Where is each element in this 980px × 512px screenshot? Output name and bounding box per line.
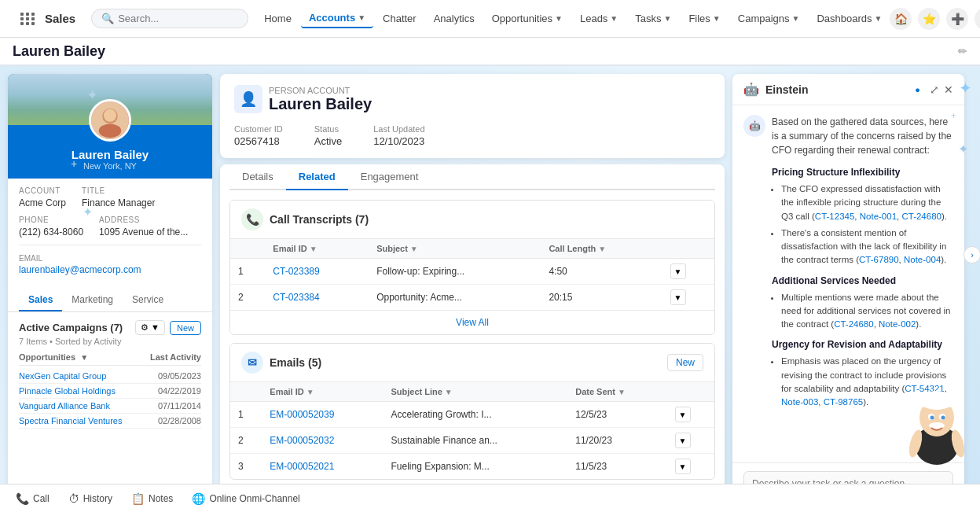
opp-row-2: Pinnacle Global Holdings 04/22/2019 (19, 384, 201, 399)
app-name: Sales (45, 12, 75, 25)
bottom-call[interactable]: 📞 Call (16, 492, 50, 505)
bottom-bar: 📞 Call ⏱ History 📋 Notes 🌐 Online Onmi-C… (0, 484, 980, 512)
email-action-1: ▼ (667, 402, 714, 428)
opp-date-3: 07/11/2014 (158, 401, 201, 411)
emails-header: ✉ Emails (5) New (230, 344, 714, 382)
phone-value: (212) 634-8060 (19, 227, 83, 238)
call-action-1: ▼ (663, 259, 714, 285)
search-bar[interactable]: 🔍 (91, 9, 248, 28)
person-header-row: 👤 Person Account Lauren Bailey (234, 85, 710, 113)
dashboards-chevron: ▼ (875, 14, 883, 23)
nav-files[interactable]: Files ▼ (681, 9, 728, 28)
opp-name-3[interactable]: Vanguard Alliance Bank (19, 401, 110, 411)
profile-card: Lauren Bailey New York, NY Account Acme … (8, 74, 212, 504)
edit-icon[interactable]: ✏ (958, 45, 967, 57)
nav-bar: Sales 🔍 Home Accounts ▼ Chatter Analytic… (0, 0, 980, 38)
detail-tabs: Details Related Engagement (229, 164, 715, 190)
search-input[interactable] (118, 13, 244, 24)
close-icon[interactable]: ✕ (944, 83, 953, 96)
customer-id-field: Customer ID 02567418 (234, 121, 283, 147)
opp-col-name: Opportunities ▼ (19, 352, 88, 362)
tab-engagement[interactable]: Engagement (348, 164, 431, 190)
opp-sort-icon: ▼ (80, 353, 88, 362)
bullet-2-1: Multiple mentions were made about the ne… (781, 291, 953, 332)
call-length-2: 20:15 (541, 285, 662, 311)
emails-new-button[interactable]: New (667, 354, 703, 371)
avatar-img (89, 99, 131, 142)
section-3-bullets: Emphasis was placed on the urgency of re… (772, 355, 953, 409)
bottom-online-channel[interactable]: 🌐 Online Onmi-Channel (192, 492, 299, 505)
opp-rows: NexGen Capital Group 09/05/2023 Pinnacle… (19, 369, 201, 429)
person-account-icon: 👤 (234, 85, 262, 113)
opp-date-1: 09/05/2023 (158, 371, 201, 381)
email-col-subject: Subject Line▼ (383, 382, 567, 402)
nav-chatter[interactable]: Chatter (375, 9, 424, 28)
nav-opportunities[interactable]: Opportunities ▼ (484, 9, 571, 28)
email-row-2: 2 EM-000052032 Sustainable Finance an...… (230, 428, 714, 454)
email-date-1: 12/5/23 (567, 402, 666, 428)
phone-label: Phone (19, 215, 83, 224)
section-title-2: Additional Services Needed (772, 274, 953, 288)
email-row-3: 3 EM-000052021 Fueling Expansion: M... 1… (230, 454, 714, 480)
customer-id-value: 02567418 (234, 135, 283, 147)
campaigns-new-button[interactable]: New (170, 321, 201, 335)
leads-chevron: ▼ (610, 14, 618, 23)
call-col-id: Email ID▼ (265, 239, 369, 259)
opp-name-1[interactable]: NexGen Capital Group (19, 371, 106, 381)
campaigns-subtitle: 7 Items • Sorted by Activity (19, 337, 201, 346)
bottom-history[interactable]: ⏱ History (68, 492, 112, 505)
tab-service[interactable]: Service (123, 289, 173, 311)
email-value[interactable]: laurenbailey@acmecorp.com (19, 264, 201, 275)
call-row-num-1: 1 (230, 259, 265, 285)
einstein-title: Einstein (765, 83, 908, 96)
email-subject-3: Fueling Expansion: M... (383, 454, 567, 480)
bottom-notes[interactable]: 📋 Notes (131, 492, 173, 505)
add-icon[interactable]: ➕ (946, 8, 968, 30)
help-icon[interactable]: ? (974, 8, 980, 30)
tab-details[interactable]: Details (229, 164, 286, 190)
emails-table: Email ID▼ Subject Line▼ Date Sent▼ (230, 382, 714, 479)
tab-marketing[interactable]: Marketing (62, 289, 123, 311)
campaigns-gear-button[interactable]: ⚙ ▼ (135, 320, 165, 335)
email-col-num (230, 382, 262, 402)
last-updated-label: Last Updated (373, 124, 424, 134)
call-row-2: 2 CT-023384 Opportunity: Acme... 20:15 ▼ (230, 285, 714, 311)
center-panel: 👤 Person Account Lauren Bailey Customer … (220, 74, 725, 504)
opp-name-4[interactable]: Spectra Financial Ventures (19, 416, 122, 425)
section-title-3: Urgency for Revision and Adaptability (772, 337, 953, 352)
tab-sales[interactable]: Sales (19, 289, 62, 311)
nav-campaigns[interactable]: Campaigns ▼ (730, 9, 808, 28)
expand-right-button[interactable]: › (963, 246, 980, 263)
status-badge: Active (314, 135, 342, 147)
nav-leads[interactable]: Leads ▼ (572, 9, 626, 28)
call-row-num-2: 2 (230, 285, 265, 311)
call-col-action (663, 239, 714, 259)
email-col-date: Date Sent▼ (567, 382, 666, 402)
opp-name-2[interactable]: Pinnacle Global Holdings (19, 386, 116, 396)
detail-content-inner: 📞 Call Transcripts (7) Email ID▼ (220, 190, 725, 497)
nav-dashboards[interactable]: Dashboards ▼ (809, 9, 890, 28)
tab-related[interactable]: Related (286, 164, 348, 190)
favorites-icon[interactable]: ⭐ (918, 8, 940, 30)
email-label: Email (19, 254, 42, 263)
phone-icon: 📞 (241, 208, 263, 230)
home-nav-icon[interactable]: 🏠 (890, 8, 912, 30)
grid-menu-icon[interactable] (17, 9, 39, 28)
main-content: Lauren Bailey New York, NY Account Acme … (0, 66, 980, 512)
section-2-bullets: Multiple mentions were made about the ne… (772, 291, 953, 332)
last-updated-field: Last Updated 12/10/2023 (373, 121, 424, 147)
sort-icon-2: ▼ (410, 245, 418, 253)
call-col-num (230, 239, 265, 259)
expand-icon[interactable]: ⤢ (930, 83, 939, 96)
nav-home[interactable]: Home (256, 9, 299, 28)
call-view-all[interactable]: View All (230, 310, 714, 334)
nav-tasks[interactable]: Tasks ▼ (627, 9, 679, 28)
nav-analytics[interactable]: Analytics (426, 9, 483, 28)
nav-accounts[interactable]: Accounts ▼ (301, 9, 373, 28)
person-label: Person Account (269, 86, 372, 95)
address-label: Address (99, 215, 188, 224)
email-icon: ✉ (241, 352, 263, 374)
email-col-id: Email ID▼ (262, 382, 383, 402)
profile-details: Account Acme Corp Title Finance Manager … (8, 179, 212, 289)
einstein-intro: Based on the gathered data sources, here… (772, 115, 953, 157)
